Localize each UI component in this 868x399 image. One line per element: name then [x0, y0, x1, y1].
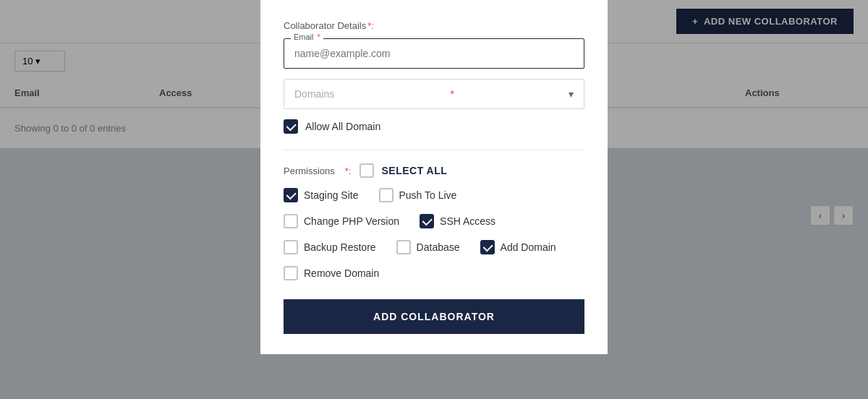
email-input-group: Email * [284, 38, 584, 69]
permissions-grid: Staging Site Push To Live Change PHP Ver… [284, 188, 584, 280]
perm-push-live: Push To Live [379, 188, 457, 202]
allow-all-row: Allow All Domain [284, 119, 584, 134]
backup-checkbox[interactable] [284, 240, 298, 254]
add-domain-label: Add Domain [501, 241, 556, 253]
select-all-checkbox[interactable] [359, 163, 374, 178]
perm-row-3: Backup Restore Database Add Domain [284, 240, 584, 254]
email-label: Email * [291, 33, 323, 41]
change-php-label: Change PHP Version [304, 215, 399, 227]
perm-database: Database [396, 240, 460, 254]
add-collaborator-button[interactable]: ADD COLLABORATOR [284, 299, 584, 334]
perm-staging: Staging Site [284, 188, 359, 202]
domains-select[interactable]: Domains * ▾ [284, 79, 584, 109]
ssh-checkbox[interactable] [420, 214, 434, 228]
push-live-checkbox[interactable] [379, 188, 393, 202]
allow-all-domain-checkbox[interactable] [284, 119, 298, 134]
add-collaborator-label: ADD COLLABORATOR [373, 311, 495, 322]
modal-overlay: Collaborator Details*: Email * Domains *… [0, 0, 868, 399]
allow-all-domain-label: Allow All Domain [305, 121, 380, 132]
change-php-checkbox[interactable] [284, 214, 298, 228]
staging-checkbox[interactable] [284, 188, 298, 202]
staging-label: Staging Site [304, 189, 359, 201]
backup-label: Backup Restore [304, 241, 376, 253]
database-label: Database [417, 241, 460, 253]
select-all-label: SELECT ALL [381, 165, 447, 176]
select-all-row: SELECT ALL [359, 163, 447, 178]
remove-domain-checkbox[interactable] [284, 266, 298, 280]
email-input[interactable] [284, 38, 584, 69]
perm-add-domain: Add Domain [480, 240, 556, 254]
section-label: Collaborator Details*: [284, 20, 584, 31]
add-domain-checkbox[interactable] [480, 240, 495, 254]
perm-row-1: Staging Site Push To Live [284, 188, 584, 202]
chevron-down-icon: ▾ [569, 88, 574, 100]
divider [284, 150, 584, 150]
push-live-label: Push To Live [399, 189, 457, 201]
perm-backup: Backup Restore [284, 240, 376, 254]
perm-remove-domain: Remove Domain [284, 266, 379, 280]
ssh-label: SSH Access [440, 215, 495, 227]
perm-change-php: Change PHP Version [284, 214, 399, 228]
add-collaborator-modal: Collaborator Details*: Email * Domains *… [260, 0, 608, 354]
database-checkbox[interactable] [396, 240, 411, 254]
permissions-header: Permissions*: SELECT ALL [284, 163, 584, 178]
perm-ssh: SSH Access [420, 214, 495, 228]
domains-placeholder: Domains [294, 88, 334, 100]
remove-domain-label: Remove Domain [304, 267, 379, 279]
perm-row-4: Remove Domain [284, 266, 584, 280]
perm-row-2: Change PHP Version SSH Access [284, 214, 584, 228]
domains-input-group: Domains * ▾ [284, 79, 584, 109]
